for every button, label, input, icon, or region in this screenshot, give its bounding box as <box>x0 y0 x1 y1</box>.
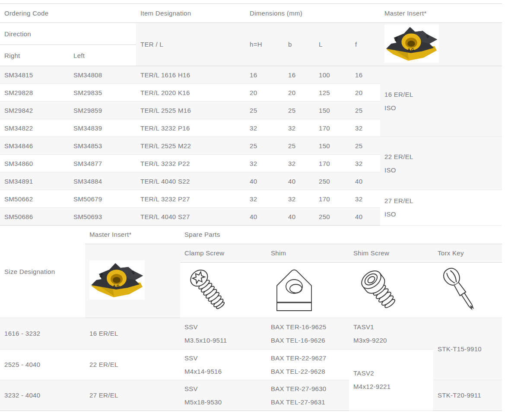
dim-h-cell: 20 <box>245 84 284 102</box>
dim-L-cell: 100 <box>314 66 351 84</box>
item-cell: TER/L 3232 P27 <box>136 190 245 208</box>
dim-h-subheader: h=H <box>245 23 284 66</box>
product-spec-page: Ordering Code Item Designation Dimension… <box>0 0 508 411</box>
code-left-cell: SM34884 <box>69 172 136 190</box>
dim-L-cell: 170 <box>314 190 351 208</box>
item-cell: TER/L 3232 P16 <box>136 119 245 137</box>
insert-size-group: 27 ER/EL ISO <box>380 190 502 226</box>
dim-b-cell: 32 <box>284 119 314 137</box>
code-right-cell: SM50662 <box>0 190 69 208</box>
direction-right-header: Right <box>0 45 69 66</box>
dim-f-cell: 20 <box>351 84 380 102</box>
table-row: 1616 - 3232 16 ER/EL SSV M3.5x10-9511 BA… <box>0 318 502 349</box>
insert-size: 22 ER/EL <box>384 153 498 161</box>
dim-b-cell: 25 <box>284 137 314 155</box>
item-cell: TER/L 4040 S27 <box>136 208 245 226</box>
torx-key-cell: STK-T15-9910 <box>433 318 502 380</box>
insert-size-cell: 27 ER/EL <box>85 380 180 410</box>
dim-L-cell: 150 <box>314 137 351 155</box>
dim-h-cell: 40 <box>245 172 284 190</box>
clamp-screw-cell: SSV M3.5x10-9511 <box>180 318 267 349</box>
item-cell: TER/L 2525 M16 <box>136 102 245 119</box>
code-right-cell: SM50686 <box>0 208 69 226</box>
master-insert-photo-cell-2 <box>85 244 180 318</box>
code-right-cell: SM29842 <box>0 102 69 119</box>
code-left-cell: SM34877 <box>69 155 136 172</box>
dim-f-cell: 25 <box>351 137 380 155</box>
dim-L-cell: 150 <box>314 102 351 119</box>
shim-screw-drawing-icon <box>353 264 403 315</box>
table-row: SM34846 SM34853 TER/L 2525 M22 25 25 150… <box>0 137 502 155</box>
code-right-cell: SM34815 <box>0 66 69 84</box>
table-row: SM34815 SM34808 TER/L 1616 H16 16 16 100… <box>0 66 502 84</box>
dim-b-cell: 32 <box>284 190 314 208</box>
shim-cell: BAX TER-27-9630 BAX TEL-27-9631 <box>267 380 349 410</box>
dim-b-cell: 20 <box>284 84 314 102</box>
insert-size: 16 ER/EL <box>384 91 498 99</box>
spare-parts-table: Size Designation Master Insert* Spare Pa… <box>0 226 502 411</box>
shim-cell: BAX TER-16-9625 BAX TEL-16-9626 <box>267 318 349 349</box>
code-right-cell: SM29828 <box>0 84 69 102</box>
master-insert-photo-cell <box>380 23 502 66</box>
dim-L-cell: 170 <box>314 155 351 172</box>
shim-screw-subheader: Shim Screw <box>349 244 433 262</box>
torx-key-drawing-cell <box>433 262 502 318</box>
table-row: SM50662 SM50679 TER/L 3232 P27 32 32 170… <box>0 190 502 208</box>
clamp-screw-cell: SSV M4x14-9516 <box>180 349 267 380</box>
clamp-screw-drawing-cell <box>180 262 267 318</box>
dim-h-cell: 40 <box>245 208 284 226</box>
shim-subheader: Shim <box>267 244 349 262</box>
table-row: 2525 - 4040 22 ER/EL SSV M4x14-9516 BAX … <box>0 349 502 380</box>
direction-left-header: Left <box>69 45 136 66</box>
dim-f-subheader: f <box>351 23 380 66</box>
size-designation-cell: 3232 - 4040 <box>0 380 85 410</box>
dim-L-cell: 125 <box>314 84 351 102</box>
item-cell: TER/L 3232 P22 <box>136 155 245 172</box>
dim-h-cell: 32 <box>245 155 284 172</box>
master-insert-header-2: Master Insert* <box>85 226 180 244</box>
shim-drawing-icon <box>271 265 316 314</box>
dim-L-cell: 250 <box>314 208 351 226</box>
insert-standard: ISO <box>384 104 498 112</box>
code-right-cell: SM34822 <box>0 119 69 137</box>
direction-subheader: Direction <box>0 23 136 45</box>
size-designation-cell: 1616 - 3232 <box>0 318 85 349</box>
dim-f-cell: 32 <box>351 119 380 137</box>
shim-screw-drawing-cell <box>349 262 433 318</box>
dim-h-cell: 16 <box>245 66 284 84</box>
ordering-code-table: Ordering Code Item Designation Dimension… <box>0 3 502 226</box>
dim-f-cell: 40 <box>351 208 380 226</box>
dim-L-cell: 250 <box>314 172 351 190</box>
dim-f-cell: 25 <box>351 102 380 119</box>
item-cell: TER/L 2020 K16 <box>136 84 245 102</box>
insert-size-group: 22 ER/EL ISO <box>380 137 502 190</box>
shim-drawing-cell <box>267 262 349 318</box>
code-left-cell: SM50693 <box>69 208 136 226</box>
torx-key-drawing-icon <box>438 264 481 315</box>
dim-L-subheader: L <box>314 23 351 66</box>
torx-key-cell: STK-T20-9911 <box>433 380 502 410</box>
item-cell: TER/L 2525 M22 <box>136 137 245 155</box>
code-left-cell: SM29835 <box>69 84 136 102</box>
size-designation-cell: 2525 - 4040 <box>0 349 85 380</box>
shim-screw-cell: TASV1 M3x9-9220 <box>349 318 433 349</box>
dim-b-subheader: b <box>284 23 314 66</box>
insert-size: 27 ER/EL <box>384 197 498 205</box>
code-left-cell: SM29859 <box>69 102 136 119</box>
code-left-cell: SM34808 <box>69 66 136 84</box>
clamp-screw-drawing-icon <box>184 264 233 315</box>
dim-f-cell: 32 <box>351 190 380 208</box>
spare-parts-header: Spare Parts <box>180 226 502 244</box>
insert-size-cell: 16 ER/EL <box>85 318 180 349</box>
dim-h-cell: 25 <box>245 102 284 119</box>
dim-b-cell: 40 <box>284 172 314 190</box>
code-left-cell: SM50679 <box>69 190 136 208</box>
shim-screw-cell: TASV2 M4x12-9221 <box>349 349 433 410</box>
insert-size-cell: 22 ER/EL <box>85 349 180 380</box>
code-right-cell: SM34891 <box>0 172 69 190</box>
size-designation-header: Size Designation <box>0 226 85 318</box>
ter-l-subheader: TER / L <box>136 23 245 66</box>
code-left-cell: SM34853 <box>69 137 136 155</box>
item-cell: TER/L 1616 H16 <box>136 66 245 84</box>
dim-h-cell: 32 <box>245 119 284 137</box>
